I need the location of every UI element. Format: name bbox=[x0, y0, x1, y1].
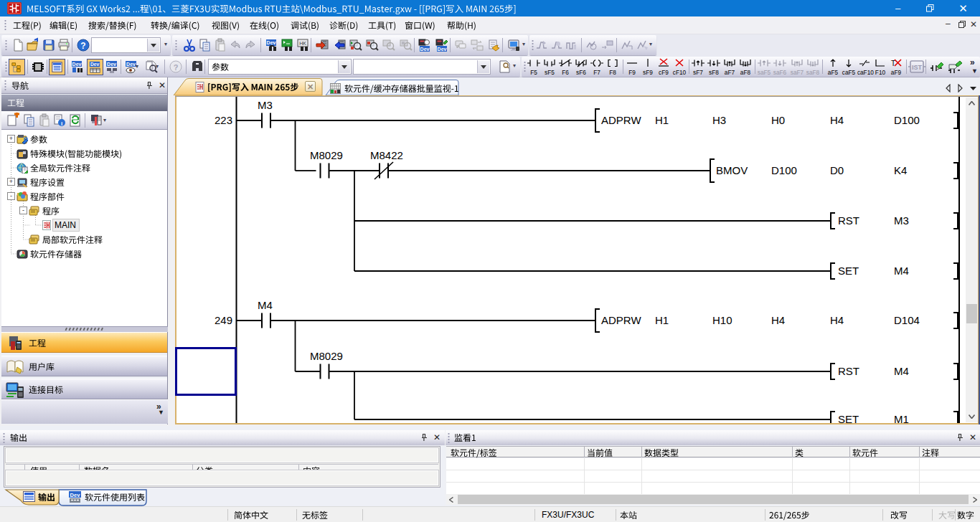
svg-text:M1: M1 bbox=[894, 413, 909, 423]
svg-text:M4: M4 bbox=[894, 365, 909, 377]
svg-text:M8029: M8029 bbox=[310, 350, 343, 362]
svg-text:Dev: Dev bbox=[126, 62, 136, 67]
svg-text:H3: H3 bbox=[712, 114, 726, 126]
svg-text:M8029: M8029 bbox=[310, 149, 343, 161]
svg-text:D100: D100 bbox=[771, 164, 797, 176]
svg-text:T: T bbox=[891, 60, 895, 67]
svg-text:HK: HK bbox=[299, 41, 306, 46]
svg-text:H10: H10 bbox=[712, 314, 732, 326]
svg-text:M3: M3 bbox=[894, 214, 909, 227]
svg-text:M3: M3 bbox=[258, 99, 273, 111]
svg-text:?: ? bbox=[174, 63, 179, 72]
svg-text:H4: H4 bbox=[771, 314, 785, 326]
svg-text:SET: SET bbox=[838, 413, 859, 423]
svg-text:D100: D100 bbox=[894, 114, 920, 126]
svg-text:M8422: M8422 bbox=[370, 149, 403, 161]
svg-text:ADPRW: ADPRW bbox=[601, 314, 641, 326]
svg-text:Dev: Dev bbox=[420, 47, 430, 52]
svg-text:H1: H1 bbox=[655, 114, 669, 126]
svg-text:H4: H4 bbox=[830, 314, 844, 326]
svg-text:?: ? bbox=[80, 41, 85, 51]
svg-text:Dev: Dev bbox=[267, 40, 276, 45]
svg-text:H4: H4 bbox=[830, 114, 844, 126]
svg-text:D104: D104 bbox=[894, 314, 920, 326]
svg-text:M4: M4 bbox=[258, 299, 273, 311]
svg-text:ADPRW: ADPRW bbox=[601, 114, 641, 126]
svg-text:BMOV: BMOV bbox=[716, 164, 748, 176]
svg-text:Dev: Dev bbox=[72, 62, 82, 67]
svg-text:SET: SET bbox=[838, 265, 859, 277]
svg-text:Dev: Dev bbox=[107, 62, 116, 67]
svg-text:D0: D0 bbox=[830, 164, 844, 176]
svg-text:Dev: Dev bbox=[438, 47, 447, 52]
svg-text:RST: RST bbox=[838, 214, 859, 227]
svg-text:223: 223 bbox=[215, 114, 232, 126]
svg-text:i: i bbox=[61, 120, 62, 127]
svg-text:H0: H0 bbox=[771, 114, 785, 126]
svg-text:249: 249 bbox=[215, 314, 232, 326]
svg-text:K4: K4 bbox=[894, 164, 907, 176]
svg-text:Dev: Dev bbox=[90, 62, 100, 67]
svg-text:RST: RST bbox=[838, 365, 859, 377]
svg-text:Dev: Dev bbox=[70, 492, 81, 498]
svg-text:IST: IST bbox=[912, 64, 923, 71]
svg-text:M4: M4 bbox=[894, 265, 909, 277]
svg-text:H1: H1 bbox=[655, 314, 669, 326]
